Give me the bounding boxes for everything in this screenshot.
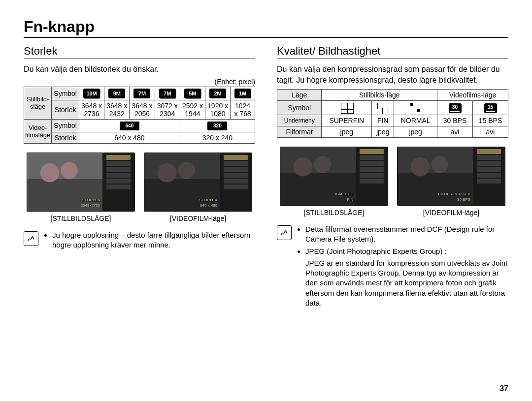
screen-sidebar [102, 153, 134, 211]
size-icon: 5M [180, 87, 205, 100]
symbol-label: Symbol [52, 87, 79, 100]
overlay-text: STORLEK 640 x 480 [147, 197, 217, 208]
note-list: Detta filformat överensstämmer med DCF (… [297, 224, 508, 256]
left-intro: Du kan välja den bildstorlek du önskar. [24, 64, 255, 75]
video-icon: 320 [180, 119, 255, 132]
unit-label: (Enhet: pixel) [24, 78, 255, 86]
note-item: Detta filformat överensstämmer med DCF (… [305, 224, 508, 245]
note-icon [24, 231, 38, 246]
note-block: Detta filformat överensstämmer med DCF (… [277, 224, 508, 308]
preview-caption: [STILLBILDSLÄGE] [280, 209, 388, 216]
overlay-text: KVALITET FIN [283, 191, 353, 202]
right-intro: Du kan välja den kompressionsgrad som pa… [277, 64, 508, 85]
content-columns: Storlek Du kan välja den bildstorlek du … [24, 45, 508, 308]
size-icon: 2M [205, 87, 231, 100]
manual-page: Fn-knapp Storlek Du kan välja den bildst… [0, 0, 532, 401]
left-heading: Storlek [24, 45, 255, 59]
size-cell: 3648 x 2432 [104, 100, 130, 119]
page-title: Fn-knapp [24, 18, 508, 38]
file-val: jpeg [322, 126, 372, 138]
camera-screen: KVALITET FIN [280, 147, 388, 206]
symbol-label: Symbol [52, 119, 79, 132]
camera-screen: STORLEK 640 x 480 [144, 153, 252, 212]
preview-still: KVALITET FIN [STILLBILDSLÄGE] [280, 147, 388, 216]
video-size: 320 x 240 [180, 132, 255, 143]
storlek-label: Storlek [52, 100, 79, 119]
note-item: Ju högre upplösning – desto färre tillgä… [52, 230, 255, 250]
video-icon: 640 [79, 119, 180, 132]
size-icon: 7M [155, 87, 180, 100]
size-table: Stillbild- släge Symbol 10M 9M 7M 7M 5M … [24, 87, 255, 144]
screen-sidebar [473, 147, 505, 205]
right-heading: Kvalitet/ Bildhastighet [277, 45, 508, 59]
still-mode-header: Stillbilds-läge [322, 90, 437, 101]
size-icon: 1M [231, 87, 255, 100]
size-cell: 1024 x 768 [231, 100, 255, 119]
quality-icon [372, 101, 394, 115]
quality-icon [322, 101, 372, 115]
mode-label: Läge [277, 90, 322, 101]
submenu-val: NORMAL [394, 115, 437, 126]
submenu-val: 30 BPS [437, 115, 473, 126]
page-number: 37 [499, 384, 508, 393]
note-paragraph: JPEG är en standard för kompression som … [297, 258, 508, 308]
submenu-val: FIN [372, 115, 394, 126]
fileformat-label: Filformat [277, 126, 322, 138]
quality-icon [394, 101, 437, 115]
file-val: jpeg [394, 126, 437, 138]
file-val: avi [437, 126, 473, 138]
size-cell: 3648 x 2736 [79, 100, 104, 119]
video-mode-label: Video- filmsläge [24, 119, 52, 143]
size-cell: 3072 x 2304 [155, 100, 180, 119]
size-cell: 1920 x 1080 [205, 100, 231, 119]
preview-video: BILDER PER SEK 30 BPS [VIDEOFILM-läge] [397, 147, 505, 216]
size-icon: 10M [79, 87, 104, 100]
symbol-label: Symbol [277, 101, 322, 115]
quality-table: Läge Stillbilds-läge Videofilms-läge Sym… [277, 89, 508, 138]
note-list: Ju högre upplösning – desto färre tillgä… [43, 230, 255, 252]
size-cell: 2592 x 1944 [180, 100, 205, 119]
file-val: avi [473, 126, 508, 138]
camera-screen: STORLEK 3648x2736 [27, 153, 135, 212]
fps-icon: 30 [437, 101, 473, 115]
preview-still: STORLEK 3648x2736 [STILLBILDSLÄGE] [27, 153, 135, 222]
overlay-text: BILDER PER SEK 30 BPS [400, 191, 470, 202]
screen-sidebar [356, 147, 388, 205]
video-size: 640 x 480 [79, 132, 180, 143]
camera-screen: BILDER PER SEK 30 BPS [397, 147, 505, 206]
size-icon: 9M [104, 87, 130, 100]
note-item: JPEG (Joint Photographic Experts Group) … [305, 247, 508, 256]
note-block: Ju högre upplösning – desto färre tillgä… [24, 230, 255, 252]
preview-video: STORLEK 640 x 480 [VIDEOFILM-läge] [144, 153, 252, 222]
left-previews: STORLEK 3648x2736 [STILLBILDSLÄGE] STORL… [24, 153, 255, 222]
storlek-label: Storlek [52, 132, 79, 143]
file-val: jpeg [372, 126, 394, 138]
right-column: Kvalitet/ Bildhastighet Du kan välja den… [277, 45, 508, 308]
video-mode-header: Videofilms-läge [437, 90, 508, 101]
submenu-val: SUPERFIN [322, 115, 372, 126]
overlay-text: STORLEK 3648x2736 [30, 197, 100, 208]
size-icon: 7M [130, 87, 155, 100]
preview-caption: [VIDEOFILM-läge] [397, 209, 505, 216]
preview-caption: [STILLBILDSLÄGE] [27, 215, 135, 222]
size-cell: 3648 x 2056 [130, 100, 155, 119]
right-previews: KVALITET FIN [STILLBILDSLÄGE] BILDER PER… [277, 147, 508, 216]
submenu-label: Undermeny [277, 115, 322, 126]
note-body: Detta filformat överensstämmer med DCF (… [297, 224, 508, 308]
left-column: Storlek Du kan välja den bildstorlek du … [24, 45, 255, 308]
fps-icon: 15 [473, 101, 508, 115]
submenu-val: 15 BPS [473, 115, 508, 126]
preview-caption: [VIDEOFILM-läge] [144, 215, 252, 222]
still-mode-label: Stillbild- släge [24, 87, 52, 119]
note-icon [277, 225, 292, 240]
screen-sidebar [220, 153, 252, 211]
